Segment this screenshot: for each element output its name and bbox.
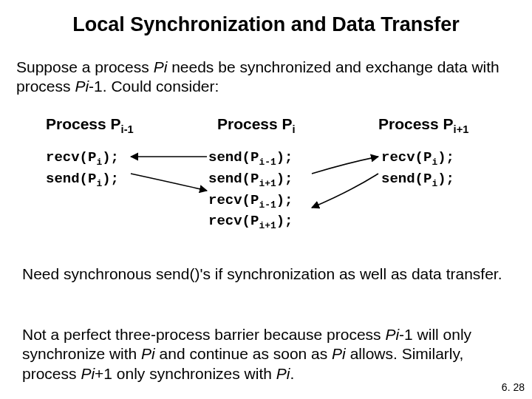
col2-line2: send(Pi+1); bbox=[208, 171, 293, 192]
c1l1b: i bbox=[96, 157, 102, 168]
intro-pi: Pi bbox=[154, 58, 168, 75]
p2t1: Not a perfect three-process barrier beca… bbox=[22, 326, 385, 343]
c2l1b: i-1 bbox=[259, 157, 276, 168]
arrow-right-send-to-recv-pip1 bbox=[312, 174, 378, 208]
p2t6: Pi bbox=[332, 345, 346, 362]
c1l2c: ); bbox=[102, 171, 119, 187]
para-sync-send: Need synchronous send()'s if synchroniza… bbox=[22, 265, 510, 284]
c1l2b: i bbox=[96, 178, 102, 189]
slide: Local Synchronization and Data Transfer … bbox=[0, 0, 532, 399]
intro-text: Suppose a process Pi needs be synchroniz… bbox=[16, 58, 516, 97]
c2l1c: ); bbox=[276, 149, 293, 166]
col1-code: recv(Pi); send(Pi); bbox=[46, 149, 119, 192]
intro-pim1a: Pi bbox=[75, 78, 89, 95]
p2t2: Pi bbox=[385, 326, 399, 343]
c2l1a: send(P bbox=[208, 149, 259, 166]
c1l2a: send(P bbox=[46, 171, 96, 187]
col2-code: send(Pi-1); send(Pi+1); recv(Pi-1); recv… bbox=[208, 149, 293, 234]
col1-line1: recv(Pi); bbox=[46, 149, 119, 171]
p2t4: Pi bbox=[141, 345, 155, 362]
intro-part1: Suppose a process bbox=[16, 58, 154, 75]
col-head-2a: Process P bbox=[217, 115, 293, 132]
col-head-2: Process Pi bbox=[217, 115, 296, 135]
c3l1a: recv(P bbox=[381, 149, 432, 166]
c2l2b: i+1 bbox=[259, 178, 276, 189]
col-head-1b: i-1 bbox=[121, 123, 134, 135]
p2t10: Pi bbox=[276, 365, 290, 382]
col1-line2: send(Pi); bbox=[46, 171, 119, 192]
c2l3c: ); bbox=[276, 192, 293, 208]
diagram: Process Pi-1 Process Pi Process Pi+1 rec… bbox=[16, 111, 516, 251]
c3l1b: i bbox=[432, 157, 437, 168]
c2l4c: ); bbox=[276, 213, 293, 229]
c2l2a: send(P bbox=[208, 171, 259, 187]
arrow-send-pip1-to-right-recv bbox=[312, 157, 378, 174]
p2t8: Pi bbox=[81, 365, 95, 382]
col-head-2b: i bbox=[293, 123, 296, 135]
col-head-1: Process Pi-1 bbox=[46, 115, 134, 135]
c2l4a: recv(P bbox=[208, 213, 259, 229]
col-head-3: Process Pi+1 bbox=[378, 115, 468, 135]
c1l1c: ); bbox=[102, 149, 119, 166]
c2l3b: i-1 bbox=[259, 199, 276, 210]
col3-line2: send(Pi); bbox=[381, 171, 454, 192]
p2t9: +1 only synchronizes with bbox=[95, 365, 276, 382]
c2l4b: i+1 bbox=[259, 220, 276, 231]
c2l3a: recv(P bbox=[208, 192, 259, 208]
c3l2b: i bbox=[432, 178, 437, 189]
col-head-3a: Process P bbox=[378, 115, 454, 132]
para-not-perfect: Not a perfect three-process barrier beca… bbox=[22, 325, 510, 383]
col2-line3: recv(Pi-1); bbox=[208, 192, 293, 214]
col2-line4: recv(Pi+1); bbox=[208, 213, 293, 234]
c3l1c: ); bbox=[437, 149, 454, 166]
col3-line1: recv(Pi); bbox=[381, 149, 454, 171]
intro-pim1b: -1. Could consider: bbox=[89, 78, 219, 95]
arrow-left-send-to-recv-pim1 bbox=[131, 174, 207, 191]
c1l1a: recv(P bbox=[46, 149, 96, 166]
slide-title: Local Synchronization and Data Transfer bbox=[0, 13, 532, 36]
col-head-3b: i+1 bbox=[454, 123, 469, 135]
col3-code: recv(Pi); send(Pi); bbox=[381, 149, 454, 192]
c3l2a: send(P bbox=[381, 171, 432, 187]
c3l2c: ); bbox=[437, 171, 454, 187]
p2t5: and continue as soon as bbox=[155, 345, 332, 362]
col-head-1a: Process P bbox=[46, 115, 121, 132]
col2-line1: send(Pi-1); bbox=[208, 149, 293, 171]
slide-number: 6. 28 bbox=[502, 381, 525, 393]
c2l2c: ); bbox=[276, 171, 293, 187]
p2t11: . bbox=[290, 365, 294, 382]
